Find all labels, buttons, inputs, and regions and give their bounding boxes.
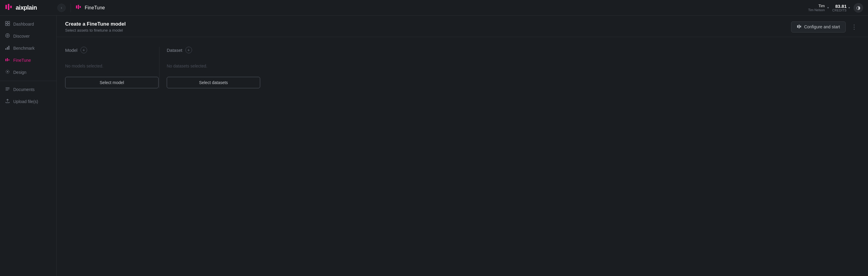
finetune-nav-icon	[76, 4, 82, 11]
svg-rect-17	[8, 59, 9, 61]
model-title: Model	[65, 47, 78, 53]
select-model-button[interactable]: Select model	[65, 77, 159, 88]
credits-chevron-icon: ▾	[848, 6, 850, 9]
collapse-icon: ‹	[61, 6, 62, 10]
svg-rect-8	[5, 24, 7, 26]
svg-rect-4	[78, 5, 79, 9]
user-info-block: Tim Tim Nelson	[808, 4, 825, 12]
content-area: Create a FineTune model Select assets to…	[57, 16, 868, 276]
model-add-icon: +	[83, 47, 85, 53]
sidebar-item-finetune[interactable]: FineTune	[0, 54, 56, 66]
svg-rect-2	[10, 6, 12, 8]
dataset-add-button[interactable]: +	[185, 47, 192, 53]
upload-icon	[5, 99, 10, 105]
configure-start-label: Configure and start	[804, 25, 840, 29]
benchmark-icon	[5, 45, 10, 51]
assets-col-divider	[159, 47, 159, 88]
discover-icon	[5, 33, 10, 39]
design-icon	[5, 69, 10, 75]
svg-point-11	[7, 35, 8, 36]
logo-area: aixplain	[5, 3, 56, 13]
model-header: Model +	[65, 47, 159, 53]
navbar-right: Tim Tim Nelson ▾ 83.81 CREDITS ▾ ◑	[808, 3, 863, 13]
svg-rect-7	[8, 22, 10, 23]
page-header-right: Configure and start ⋮	[791, 22, 860, 33]
dataset-add-icon: +	[188, 47, 190, 53]
navbar-divider	[70, 4, 71, 12]
sidebar-item-label-upload: Upload file(s)	[13, 99, 38, 104]
svg-rect-14	[8, 46, 9, 50]
svg-rect-0	[5, 5, 7, 9]
svg-rect-6	[5, 22, 7, 23]
configure-start-button[interactable]: Configure and start	[791, 22, 846, 33]
theme-icon: ◑	[856, 5, 861, 10]
documents-icon	[5, 87, 10, 93]
model-add-button[interactable]: +	[81, 47, 87, 53]
page-header-left: Create a FineTune model Select assets to…	[65, 21, 126, 33]
logo-icon	[5, 3, 13, 13]
sidebar-item-documents[interactable]: Documents	[0, 83, 56, 96]
sidebar-item-label-discover: Discover	[13, 34, 30, 39]
page-header: Create a FineTune model Select assets to…	[57, 16, 868, 37]
svg-point-19	[7, 71, 8, 72]
credits-amount: 83.81	[835, 4, 846, 9]
logo-text: aixplain	[16, 4, 37, 11]
sidebar-item-label-finetune: FineTune	[13, 58, 31, 63]
finetune-sidebar-icon	[5, 57, 10, 63]
sidebar-item-benchmark[interactable]: Benchmark	[0, 42, 56, 54]
model-empty-text: No models selected.	[65, 57, 159, 77]
credits-dropdown[interactable]: 83.81 CREDITS ▾	[832, 4, 850, 12]
page-title: Create a FineTune model	[65, 21, 126, 27]
dashboard-icon	[5, 21, 10, 27]
svg-point-10	[6, 34, 10, 38]
dataset-header: Dataset +	[167, 47, 260, 53]
page-body: Model + No models selected. Select model…	[57, 37, 868, 276]
sidebar-item-label-documents: Documents	[13, 87, 35, 92]
configure-icon	[797, 24, 802, 30]
sidebar-item-label-benchmark: Benchmark	[13, 46, 35, 50]
navbar: aixplain ‹ FineTune Tim Tim Nelson ▾ 83.…	[0, 0, 868, 16]
dataset-column: Dataset + No datasets selected. Select d…	[167, 47, 260, 88]
credits-info-block: 83.81 CREDITS	[832, 4, 846, 12]
sidebar-divider	[0, 81, 56, 81]
svg-rect-16	[7, 58, 8, 61]
model-column: Model + No models selected. Select model	[65, 47, 159, 88]
sidebar-collapse-button[interactable]: ‹	[57, 4, 66, 12]
svg-rect-9	[8, 24, 10, 26]
main-layout: Dashboard Discover Benchmark FineTune De	[0, 16, 868, 276]
user-name: Tim	[818, 4, 825, 8]
navbar-page-title: FineTune	[85, 5, 105, 10]
more-icon: ⋮	[851, 24, 857, 30]
more-options-button[interactable]: ⋮	[849, 22, 860, 32]
svg-rect-1	[8, 4, 9, 10]
credits-label: CREDITS	[832, 9, 846, 12]
sidebar-item-dashboard[interactable]: Dashboard	[0, 18, 56, 30]
select-datasets-button[interactable]: Select datasets	[167, 77, 260, 88]
svg-rect-24	[799, 25, 800, 28]
theme-toggle-button[interactable]: ◑	[854, 3, 863, 13]
page-subtitle: Select assets to finetune a model	[65, 28, 126, 33]
svg-rect-15	[5, 59, 6, 61]
sidebar-item-design[interactable]: Design	[0, 66, 56, 78]
svg-rect-3	[76, 5, 77, 8]
sidebar-item-discover[interactable]: Discover	[0, 30, 56, 42]
user-dropdown[interactable]: Tim Tim Nelson ▾	[808, 4, 829, 12]
assets-row: Model + No models selected. Select model…	[65, 47, 312, 88]
svg-rect-12	[5, 48, 6, 50]
sidebar: Dashboard Discover Benchmark FineTune De	[0, 16, 57, 276]
sidebar-item-upload[interactable]: Upload file(s)	[0, 96, 56, 108]
svg-rect-23	[797, 25, 798, 28]
svg-rect-25	[800, 26, 801, 27]
svg-rect-13	[7, 47, 8, 50]
sidebar-item-label-design: Design	[13, 70, 27, 75]
dataset-title: Dataset	[167, 47, 182, 53]
sidebar-item-label-dashboard: Dashboard	[13, 22, 34, 27]
dataset-empty-text: No datasets selected.	[167, 57, 260, 77]
svg-rect-5	[80, 6, 81, 8]
navbar-title-area: FineTune	[76, 4, 808, 11]
user-chevron-icon: ▾	[827, 6, 829, 9]
user-subname: Tim Nelson	[808, 8, 825, 12]
